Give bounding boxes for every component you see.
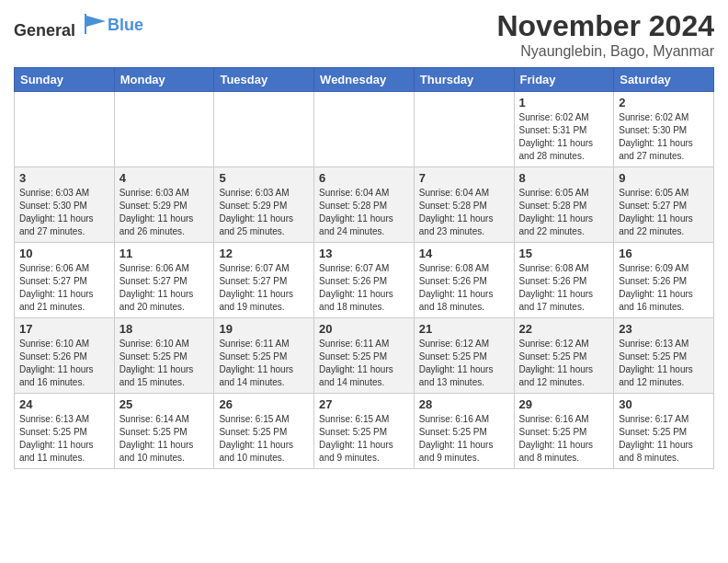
day-info: Sunrise: 6:11 AM Sunset: 5:25 PM Dayligh…: [319, 338, 409, 389]
calendar-table: SundayMondayTuesdayWednesdayThursdayFrid…: [14, 67, 714, 469]
calendar-cell: 7Sunrise: 6:04 AM Sunset: 5:28 PM Daylig…: [414, 167, 514, 243]
day-info: Sunrise: 6:12 AM Sunset: 5:25 PM Dayligh…: [419, 338, 509, 389]
logo-flag-icon: [82, 14, 108, 34]
weekday-header-friday: Friday: [514, 68, 614, 92]
day-info: Sunrise: 6:08 AM Sunset: 5:26 PM Dayligh…: [519, 262, 609, 314]
day-info: Sunrise: 6:14 AM Sunset: 5:25 PM Dayligh…: [119, 413, 210, 465]
day-info: Sunrise: 6:11 AM Sunset: 5:25 PM Dayligh…: [219, 338, 309, 389]
weekday-header-tuesday: Tuesday: [214, 68, 314, 92]
day-number: 20: [319, 322, 409, 336]
calendar-cell: 6Sunrise: 6:04 AM Sunset: 5:28 PM Daylig…: [314, 167, 415, 243]
calendar-cell: 20Sunrise: 6:11 AM Sunset: 5:25 PM Dayli…: [314, 318, 415, 394]
day-number: 22: [519, 322, 609, 336]
month-title: November 2024: [496, 9, 714, 43]
logo-general: General: [14, 21, 75, 40]
title-area: November 2024 Nyaunglebin, Bago, Myanmar: [496, 9, 714, 60]
day-number: 9: [619, 171, 709, 185]
svg-marker-1: [86, 16, 106, 27]
day-info: Sunrise: 6:03 AM Sunset: 5:30 PM Dayligh…: [19, 187, 109, 238]
logo-blue: Blue: [108, 16, 143, 35]
calendar-cell: [314, 92, 415, 167]
day-number: 29: [519, 397, 609, 411]
calendar-cell: 14Sunrise: 6:08 AM Sunset: 5:26 PM Dayli…: [414, 243, 514, 318]
calendar-cell: 1Sunrise: 6:02 AM Sunset: 5:31 PM Daylig…: [514, 92, 614, 167]
weekday-header-wednesday: Wednesday: [314, 68, 415, 92]
day-info: Sunrise: 6:05 AM Sunset: 5:27 PM Dayligh…: [619, 187, 709, 238]
day-number: 16: [619, 247, 709, 260]
calendar-week-row: 17Sunrise: 6:10 AM Sunset: 5:26 PM Dayli…: [15, 318, 714, 394]
day-number: 10: [19, 247, 109, 260]
weekday-header-monday: Monday: [114, 68, 214, 92]
calendar-cell: 26Sunrise: 6:15 AM Sunset: 5:25 PM Dayli…: [214, 394, 314, 469]
weekday-header-saturday: Saturday: [614, 68, 714, 92]
calendar-cell: 9Sunrise: 6:05 AM Sunset: 5:27 PM Daylig…: [614, 167, 714, 243]
day-info: Sunrise: 6:06 AM Sunset: 5:27 PM Dayligh…: [19, 262, 109, 314]
calendar-cell: 13Sunrise: 6:07 AM Sunset: 5:26 PM Dayli…: [314, 243, 415, 318]
day-info: Sunrise: 6:03 AM Sunset: 5:29 PM Dayligh…: [219, 187, 309, 238]
calendar-cell: 2Sunrise: 6:02 AM Sunset: 5:30 PM Daylig…: [614, 92, 714, 167]
calendar-cell: 18Sunrise: 6:10 AM Sunset: 5:25 PM Dayli…: [114, 318, 214, 394]
day-number: 2: [619, 96, 709, 109]
weekday-header-thursday: Thursday: [414, 68, 514, 92]
day-number: 27: [319, 397, 409, 411]
calendar-cell: 29Sunrise: 6:16 AM Sunset: 5:25 PM Dayli…: [514, 394, 614, 469]
calendar-cell: 24Sunrise: 6:13 AM Sunset: 5:25 PM Dayli…: [15, 394, 115, 469]
calendar-cell: [15, 92, 115, 167]
day-number: 26: [219, 397, 309, 411]
day-info: Sunrise: 6:10 AM Sunset: 5:26 PM Dayligh…: [19, 338, 109, 389]
day-info: Sunrise: 6:03 AM Sunset: 5:29 PM Dayligh…: [119, 187, 210, 238]
day-number: 3: [19, 171, 109, 185]
calendar-cell: 3Sunrise: 6:03 AM Sunset: 5:30 PM Daylig…: [15, 167, 115, 243]
day-info: Sunrise: 6:08 AM Sunset: 5:26 PM Dayligh…: [419, 262, 509, 314]
calendar-week-row: 10Sunrise: 6:06 AM Sunset: 5:27 PM Dayli…: [15, 243, 714, 318]
day-info: Sunrise: 6:05 AM Sunset: 5:28 PM Dayligh…: [519, 187, 609, 238]
calendar-week-row: 24Sunrise: 6:13 AM Sunset: 5:25 PM Dayli…: [15, 394, 714, 469]
location-title: Nyaunglebin, Bago, Myanmar: [496, 43, 714, 60]
day-number: 25: [119, 397, 210, 411]
day-info: Sunrise: 6:12 AM Sunset: 5:25 PM Dayligh…: [519, 338, 609, 389]
calendar-cell: 5Sunrise: 6:03 AM Sunset: 5:29 PM Daylig…: [214, 167, 314, 243]
day-info: Sunrise: 6:13 AM Sunset: 5:25 PM Dayligh…: [619, 338, 709, 389]
day-info: Sunrise: 6:17 AM Sunset: 5:25 PM Dayligh…: [619, 413, 709, 465]
day-number: 11: [119, 247, 210, 260]
day-number: 8: [519, 171, 609, 185]
calendar-cell: 22Sunrise: 6:12 AM Sunset: 5:25 PM Dayli…: [514, 318, 614, 394]
day-info: Sunrise: 6:15 AM Sunset: 5:25 PM Dayligh…: [219, 413, 309, 465]
calendar-cell: [214, 92, 314, 167]
day-info: Sunrise: 6:09 AM Sunset: 5:26 PM Dayligh…: [619, 262, 709, 314]
weekday-header-sunday: Sunday: [15, 68, 115, 92]
calendar-cell: 27Sunrise: 6:15 AM Sunset: 5:25 PM Dayli…: [314, 394, 415, 469]
day-number: 15: [519, 247, 609, 260]
weekday-header-row: SundayMondayTuesdayWednesdayThursdayFrid…: [15, 68, 714, 92]
calendar-cell: [414, 92, 514, 167]
day-number: 14: [419, 247, 509, 260]
day-number: 5: [219, 171, 309, 185]
day-number: 30: [619, 397, 709, 411]
calendar-cell: 10Sunrise: 6:06 AM Sunset: 5:27 PM Dayli…: [15, 243, 115, 318]
day-info: Sunrise: 6:02 AM Sunset: 5:31 PM Dayligh…: [519, 111, 609, 163]
calendar-cell: 12Sunrise: 6:07 AM Sunset: 5:27 PM Dayli…: [214, 243, 314, 318]
calendar-cell: 8Sunrise: 6:05 AM Sunset: 5:28 PM Daylig…: [514, 167, 614, 243]
day-info: Sunrise: 6:04 AM Sunset: 5:28 PM Dayligh…: [419, 187, 509, 238]
day-info: Sunrise: 6:06 AM Sunset: 5:27 PM Dayligh…: [119, 262, 210, 314]
day-info: Sunrise: 6:13 AM Sunset: 5:25 PM Dayligh…: [19, 413, 109, 465]
calendar-cell: [114, 92, 214, 167]
calendar-cell: 15Sunrise: 6:08 AM Sunset: 5:26 PM Dayli…: [514, 243, 614, 318]
calendar-cell: 23Sunrise: 6:13 AM Sunset: 5:25 PM Dayli…: [614, 318, 714, 394]
day-number: 12: [219, 247, 309, 260]
day-number: 21: [419, 322, 509, 336]
calendar-week-row: 3Sunrise: 6:03 AM Sunset: 5:30 PM Daylig…: [15, 167, 714, 243]
header: General Blue November 2024 Nyaunglebin, …: [14, 9, 714, 60]
day-number: 18: [119, 322, 210, 336]
calendar-cell: 11Sunrise: 6:06 AM Sunset: 5:27 PM Dayli…: [114, 243, 214, 318]
day-number: 24: [19, 397, 109, 411]
day-number: 23: [619, 322, 709, 336]
day-info: Sunrise: 6:02 AM Sunset: 5:30 PM Dayligh…: [619, 111, 709, 163]
day-info: Sunrise: 6:16 AM Sunset: 5:25 PM Dayligh…: [519, 413, 609, 465]
logo: General Blue: [14, 14, 143, 40]
calendar-cell: 16Sunrise: 6:09 AM Sunset: 5:26 PM Dayli…: [614, 243, 714, 318]
calendar-week-row: 1Sunrise: 6:02 AM Sunset: 5:31 PM Daylig…: [15, 92, 714, 167]
day-number: 17: [19, 322, 109, 336]
day-info: Sunrise: 6:15 AM Sunset: 5:25 PM Dayligh…: [319, 413, 409, 465]
calendar-cell: 17Sunrise: 6:10 AM Sunset: 5:26 PM Dayli…: [15, 318, 115, 394]
